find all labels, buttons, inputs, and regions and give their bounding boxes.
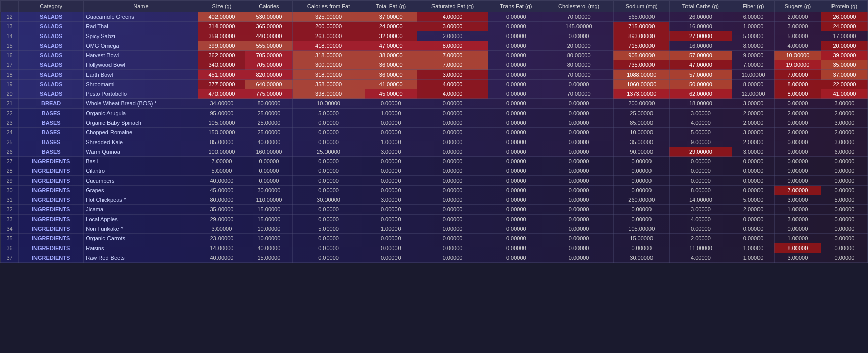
- table-row: 23BASESOrganic Baby Spinach105.0000025.0…: [1, 118, 868, 128]
- col-category: Category: [19, 1, 84, 12]
- table-row: 14SALADSSpicy Sabzi359.00000440.00000263…: [1, 31, 868, 41]
- header-row: Category Name Size (g) Calories Calories…: [1, 1, 868, 12]
- table-row: 26BASESWarm Quinoa100.00000160.0000025.0…: [1, 147, 868, 157]
- table-row: 15SALADSOMG Omega399.00000555.00000418.0…: [1, 41, 868, 51]
- col-id: [1, 1, 19, 12]
- table-row: 17SALADSHollywood Bowl340.00000705.00000…: [1, 60, 868, 70]
- table-row: 21BREADWhole Wheat Bread (BOS) *34.00000…: [1, 99, 868, 109]
- col-total-carbs: Total Carbs (g): [669, 1, 732, 12]
- nutrition-table: Category Name Size (g) Calories Calories…: [0, 0, 868, 263]
- table-row: 20SALADSPesto Portobello470.00000775.000…: [1, 89, 868, 99]
- table-row: 12SALADSGuacamole Greens402.00000530.000…: [1, 12, 868, 22]
- col-calories: Calories: [245, 1, 293, 12]
- col-cal-fat: Calories from Fat: [293, 1, 365, 12]
- table-row: 27INGREDIENTSBasil7.000000.000000.000000…: [1, 157, 868, 166]
- col-name: Name: [84, 1, 198, 12]
- table-row: 32INGREDIENTSJicama35.0000015.000000.000…: [1, 205, 868, 215]
- table-row: 22BASESOrganic Arugula95.0000025.000005.…: [1, 109, 868, 118]
- table-row: 19SALADSShroomami377.00000640.00000358.0…: [1, 80, 868, 89]
- table-row: 34INGREDIENTSNori Furikake ^3.0000010.00…: [1, 224, 868, 234]
- table-row: 30INGREDIENTSGrapes45.0000030.000000.000…: [1, 186, 868, 195]
- col-trans-fat: Trans Fat (g): [488, 1, 544, 12]
- col-sodium: Sodium (mg): [613, 1, 669, 12]
- col-protein: Protein (g): [821, 1, 867, 12]
- table-row: 29INGREDIENTSCucumbers40.000000.000000.0…: [1, 176, 868, 186]
- table-row: 18SALADSEarth Bowl451.00000820.00000318.…: [1, 70, 868, 80]
- col-sugars: Sugars (g): [774, 1, 821, 12]
- table-row: 36INGREDIENTSRaisins14.0000040.000000.00…: [1, 243, 868, 253]
- table-row: 37INGREDIENTSRaw Red Beets40.0000015.000…: [1, 253, 868, 263]
- table-row: 35INGREDIENTSOrganic Carrots23.0000010.0…: [1, 234, 868, 243]
- col-cholesterol: Cholesterol (mg): [544, 1, 614, 12]
- table-row: 13SALADSRad Thai314.00000365.00000200.00…: [1, 22, 868, 31]
- table-row: 24BASESChopped Romaine150.0000025.000000…: [1, 128, 868, 137]
- col-size: Size (g): [198, 1, 245, 12]
- table-row: 28INGREDIENTSCilantro5.000000.000000.000…: [1, 166, 868, 176]
- col-total-fat: Total Fat (g): [365, 1, 417, 12]
- table-body: 12SALADSGuacamole Greens402.00000530.000…: [1, 12, 868, 263]
- table-row: 33INGREDIENTSLocal Apples29.0000015.0000…: [1, 215, 868, 224]
- table-row: 16SALADSHarvest Bowl362.00000705.0000031…: [1, 51, 868, 60]
- col-sat-fat: Saturated Fat (g): [417, 1, 488, 12]
- col-fiber: Fiber (g): [732, 1, 775, 12]
- table-row: 31INGREDIENTSHot Chickpeas ^80.00000110.…: [1, 195, 868, 205]
- table-row: 25BASESShredded Kale85.0000040.000000.00…: [1, 137, 868, 147]
